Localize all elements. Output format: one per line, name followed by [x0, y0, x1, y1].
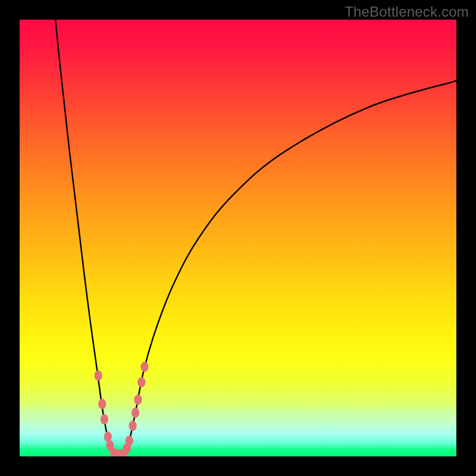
data-marker: [140, 362, 148, 372]
curve-layer: [20, 20, 456, 456]
plot-area: [20, 20, 456, 456]
data-marker: [101, 414, 108, 424]
chart-frame: TheBottleneck.com: [0, 0, 476, 476]
data-marker: [137, 377, 145, 387]
data-marker: [134, 394, 142, 405]
data-marker: [98, 399, 106, 409]
data-marker: [126, 436, 133, 446]
data-marker: [95, 371, 102, 381]
left-branch-curve: [55, 20, 120, 456]
right-branch-curve: [120, 81, 456, 456]
data-marker: [104, 431, 112, 441]
marker-group: [95, 362, 149, 456]
watermark-text: TheBottleneck.com: [345, 4, 469, 20]
data-marker: [129, 421, 137, 431]
data-marker: [131, 408, 139, 418]
